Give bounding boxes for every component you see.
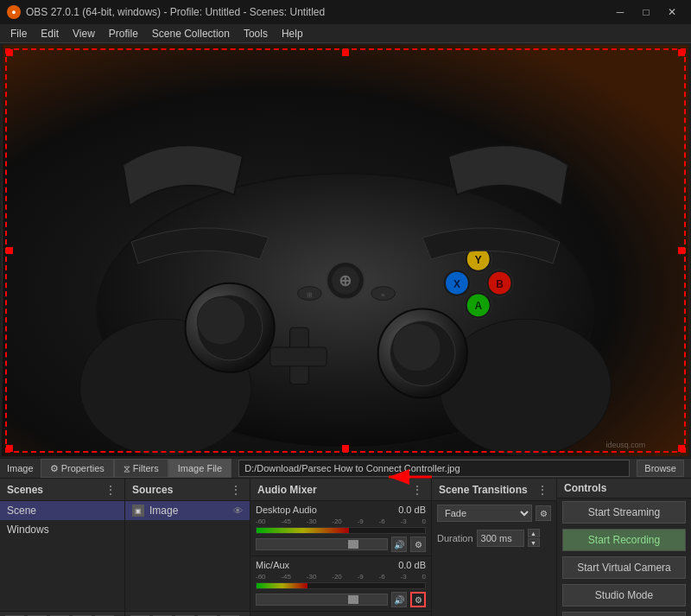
sources-panel-title: Sources bbox=[132, 484, 173, 496]
mic-aux-db: 0.0 dB bbox=[398, 560, 426, 570]
settings-button[interactable]: Settings bbox=[562, 612, 686, 616]
sources-list: ▣ Image 👁 bbox=[125, 501, 250, 611]
duration-spinners: ▲ ▼ bbox=[528, 529, 540, 547]
sources-panel: Sources ⋮ ▣ Image 👁 + ─ ⚙ ∧ ∨ bbox=[125, 479, 250, 616]
mic-aux-settings-button[interactable]: ⚙ bbox=[410, 592, 426, 607]
desktop-audio-db: 0.0 dB bbox=[398, 505, 426, 515]
start-recording-button[interactable]: Start Recording bbox=[562, 529, 686, 551]
desktop-audio-volume-slider[interactable] bbox=[256, 538, 388, 550]
transition-duration-label: Duration bbox=[437, 533, 473, 543]
audio-panel-header: Audio Mixer ⋮ bbox=[250, 479, 431, 501]
sources-panel-footer: + ─ ⚙ ∧ ∨ bbox=[125, 611, 250, 616]
close-button[interactable]: ✕ bbox=[660, 3, 684, 22]
controls-panel: Controls Start Streaming Start Recording… bbox=[557, 479, 691, 616]
menu-profile[interactable]: Profile bbox=[102, 24, 145, 43]
duration-up-button[interactable]: ▲ bbox=[528, 529, 540, 537]
transition-settings-button[interactable]: ⚙ bbox=[536, 505, 551, 521]
svg-rect-11 bbox=[270, 347, 326, 366]
vod-audio-row: VOD Audio for Soundtrack by Twitch 0.0 d… bbox=[250, 612, 431, 616]
browse-button[interactable]: Browse bbox=[637, 460, 684, 477]
desktop-audio-volume-thumb bbox=[348, 540, 358, 549]
audio-mixer-panel: Audio Mixer ⋮ Desktop Audio 0.0 dB -60-4… bbox=[250, 479, 432, 616]
source-item-image[interactable]: ▣ Image 👁 bbox=[125, 501, 250, 520]
svg-point-6 bbox=[197, 297, 245, 346]
properties-tab[interactable]: ⚙ Properties bbox=[41, 459, 114, 478]
desktop-audio-settings-button[interactable]: ⚙ bbox=[410, 537, 426, 552]
desktop-audio-meter-fill bbox=[257, 528, 349, 533]
scene-transitions-panel: Scene Transitions ⋮ Fade ⚙ Duration ▲ ▼ bbox=[432, 479, 557, 616]
window-controls: ─ □ ✕ bbox=[608, 3, 684, 22]
svg-text:Y: Y bbox=[475, 254, 482, 266]
desktop-audio-header: Desktop Audio 0.0 dB bbox=[256, 505, 426, 515]
scene-item-scene[interactable]: Scene bbox=[0, 501, 124, 520]
mic-aux-controls: 🔊 ⚙ bbox=[256, 592, 426, 607]
desktop-audio-meter bbox=[256, 527, 426, 534]
svg-text:X: X bbox=[453, 278, 460, 290]
source-item-icon: ▣ bbox=[132, 505, 144, 517]
desktop-audio-channel: Desktop Audio 0.0 dB -60-45-30-20-9-6-30… bbox=[250, 501, 431, 556]
transition-type-row: Fade ⚙ bbox=[432, 501, 556, 525]
scenes-panel: Scenes ⋮ Scene Windows + ─ ⚙ ∧ ∨ bbox=[0, 479, 125, 616]
mic-aux-meter bbox=[256, 582, 426, 589]
scene-item-windows[interactable]: Windows bbox=[0, 520, 124, 539]
svg-text:≡: ≡ bbox=[381, 291, 385, 299]
scenes-panel-header: Scenes ⋮ bbox=[0, 479, 124, 501]
source-item-name: Image bbox=[149, 505, 178, 517]
menu-edit[interactable]: Edit bbox=[34, 24, 66, 43]
source-type-label: Image bbox=[7, 463, 34, 473]
svg-text:ideusq.com: ideusq.com bbox=[606, 441, 646, 449]
desktop-audio-label: Desktop Audio bbox=[256, 505, 317, 515]
title-bar: ● OBS 27.0.1 (64-bit, windows) - Profile… bbox=[0, 0, 691, 24]
source-tab-buttons: ⚙ Properties ⧖ Filters Image File bbox=[41, 459, 232, 478]
mic-aux-volume-slider[interactable] bbox=[256, 594, 388, 606]
sources-panel-menu-icon[interactable]: ⋮ bbox=[229, 484, 243, 496]
menu-scene-collection[interactable]: Scene Collection bbox=[145, 24, 237, 43]
start-virtual-camera-button[interactable]: Start Virtual Camera bbox=[562, 556, 686, 579]
audio-panel-title: Audio Mixer bbox=[257, 484, 317, 496]
menu-help[interactable]: Help bbox=[275, 24, 310, 43]
desktop-audio-meter-labels: -60-45-30-20-9-6-30 bbox=[256, 518, 426, 525]
menu-view[interactable]: View bbox=[66, 24, 102, 43]
transition-duration-row: Duration ▲ ▼ bbox=[432, 525, 556, 550]
window-title: OBS 27.0.1 (64-bit, windows) - Profile: … bbox=[26, 6, 325, 18]
transitions-panel-menu-icon[interactable]: ⋮ bbox=[536, 484, 549, 496]
scenes-list: Scene Windows bbox=[0, 501, 124, 611]
file-path-input[interactable] bbox=[238, 460, 630, 477]
title-bar-left: ● OBS 27.0.1 (64-bit, windows) - Profile… bbox=[7, 5, 325, 19]
image-file-tab[interactable]: Image File bbox=[168, 459, 231, 478]
minimize-button[interactable]: ─ bbox=[608, 3, 632, 22]
mic-aux-meter-labels: -60-45-30-20-9-6-30 bbox=[256, 573, 426, 581]
controls-panel-title: Controls bbox=[564, 482, 606, 494]
sources-panel-header: Sources ⋮ bbox=[125, 479, 250, 501]
menu-file[interactable]: File bbox=[3, 24, 34, 43]
mic-aux-channel: Mic/Aux 0.0 dB -60-45-30-20-9-6-30 🔊 ⚙ bbox=[250, 556, 431, 612]
svg-point-9 bbox=[393, 323, 441, 372]
obs-icon: ● bbox=[7, 5, 21, 19]
mic-aux-label: Mic/Aux bbox=[256, 560, 289, 570]
svg-text:B: B bbox=[496, 278, 504, 290]
transition-duration-input[interactable] bbox=[477, 530, 524, 547]
bottom-panels: Scenes ⋮ Scene Windows + ─ ⚙ ∧ ∨ Sources… bbox=[0, 479, 691, 616]
maximize-button[interactable]: □ bbox=[634, 3, 658, 22]
audio-panel-menu-icon[interactable]: ⋮ bbox=[410, 484, 424, 496]
transition-type-select[interactable]: Fade bbox=[437, 505, 532, 522]
controls-panel-header: Controls bbox=[557, 479, 691, 499]
studio-mode-button[interactable]: Studio Mode bbox=[562, 584, 686, 606]
source-visibility-eye[interactable]: 👁 bbox=[233, 505, 243, 516]
mic-aux-mute-button[interactable]: 🔊 bbox=[391, 592, 407, 607]
desktop-audio-mute-button[interactable]: 🔊 bbox=[391, 537, 407, 552]
menu-tools[interactable]: Tools bbox=[237, 24, 275, 43]
preview-area[interactable]: ⊕ ≡ ⊞ Y B X A ideusq.com bbox=[0, 43, 691, 458]
desktop-audio-controls: 🔊 ⚙ bbox=[256, 537, 426, 552]
scenes-panel-menu-icon[interactable]: ⋮ bbox=[104, 484, 117, 496]
duration-down-button[interactable]: ▼ bbox=[528, 538, 540, 547]
scenes-panel-title: Scenes bbox=[7, 484, 43, 496]
source-info-bar: Image ⚙ Properties ⧖ Filters Image File … bbox=[0, 458, 691, 479]
scenes-panel-footer: + ─ ⚙ ∧ ∨ bbox=[0, 611, 124, 616]
menu-bar: File Edit View Profile Scene Collection … bbox=[0, 24, 691, 43]
svg-text:⊕: ⊕ bbox=[339, 272, 352, 289]
filters-tab[interactable]: ⧖ Filters bbox=[114, 459, 168, 478]
start-streaming-button[interactable]: Start Streaming bbox=[562, 501, 686, 524]
transitions-panel-title: Scene Transitions bbox=[439, 484, 528, 496]
svg-text:A: A bbox=[474, 300, 482, 312]
